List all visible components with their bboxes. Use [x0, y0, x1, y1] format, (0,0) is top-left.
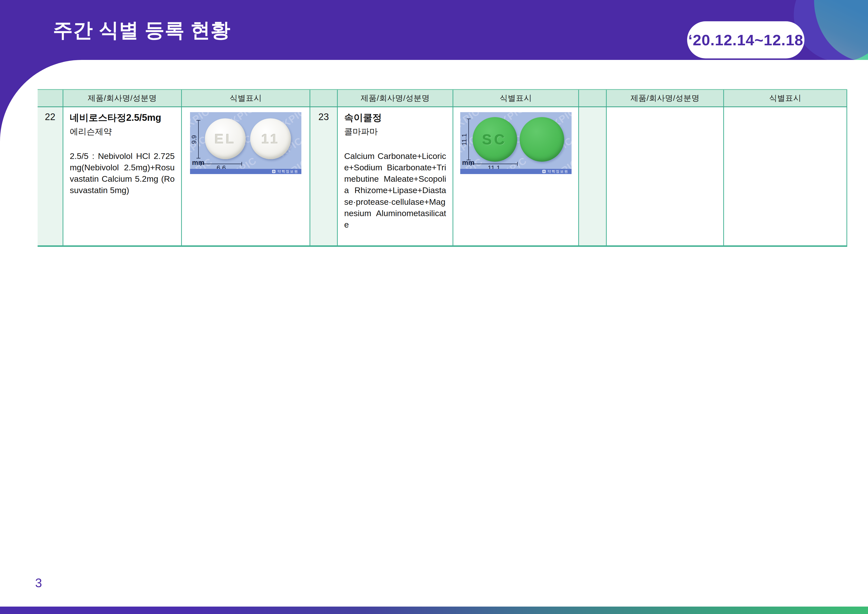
entry-23-identification-cell: KPIC KPIC KPIC KPIC KPIC KPIC KPIC KPIC … [453, 107, 579, 246]
entry-23-name: 속이쿨정 [344, 112, 446, 124]
entry-23-product-cell: 속이쿨정 콜마파마 Calcium Carbonate+Licorice+Sod… [338, 107, 453, 246]
tablet-imprint: 11 [261, 131, 280, 147]
vertical-ruler [468, 118, 469, 160]
tablet-back [519, 117, 564, 162]
photo-source-strip: 약학정보원 [460, 169, 572, 174]
diameter-label: 11.1 [460, 132, 468, 147]
entry-empty-product-cell [607, 107, 724, 246]
entry-23-ingredients: Calcium Carbonate+Licorice+Sodium Bicarb… [344, 150, 446, 230]
tablet-back: 11 [250, 118, 291, 159]
entry-23-number: 23 [310, 107, 338, 246]
source-label: 약학정보원 [277, 169, 298, 174]
col-header-no-2 [310, 90, 338, 107]
photo-source-strip: 약학정보원 [190, 169, 301, 174]
drug-identification-table: 제품/회사명/성분명 식별표시 제품/회사명/성분명 식별표시 제품/회사명/성… [37, 89, 847, 247]
tablet-imprint: SC [482, 131, 507, 148]
col-header-product-3: 제품/회사명/성분명 [607, 90, 724, 107]
page-title: 주간 식별 등록 현황 [53, 20, 231, 40]
tablet-front: SC [473, 117, 517, 162]
page-number: 3 [35, 576, 42, 590]
col-header-identification-1: 식별표시 [182, 90, 310, 107]
entry-empty-number [579, 107, 607, 246]
col-header-product-1: 제품/회사명/성분명 [64, 90, 182, 107]
entry-23-pill-photo: KPIC KPIC KPIC KPIC KPIC KPIC KPIC KPIC … [460, 112, 572, 174]
entry-22-company: 에리슨제약 [70, 126, 175, 137]
source-label: 약학정보원 [547, 169, 569, 174]
corner-circle-decoration [794, 0, 868, 60]
diameter-label: 9.9 [190, 132, 198, 147]
entry-22-pill-photo: KPIC KPIC KPIC KPIC KPIC KPIC KPIC KPIC … [190, 112, 301, 174]
col-header-no-1 [37, 90, 64, 107]
footer-gradient-bar [0, 606, 868, 614]
entry-22-name: 네비로스타정2.5/5mg [70, 112, 175, 124]
source-logo-icon [272, 170, 275, 173]
col-header-product-2: 제품/회사명/성분명 [338, 90, 453, 107]
col-header-no-3 [579, 90, 607, 107]
vertical-ruler [198, 120, 199, 159]
entry-22-ingredients: 2.5/5 : Nebivolol HCl 2.725mg(Nebivolol … [70, 150, 175, 196]
tablet-front: EL [205, 118, 246, 159]
col-header-identification-3: 식별표시 [724, 90, 847, 107]
entry-empty-identification-cell [724, 107, 847, 246]
entry-22-identification-cell: KPIC KPIC KPIC KPIC KPIC KPIC KPIC KPIC … [182, 107, 310, 246]
entry-23-company: 콜마파마 [344, 126, 446, 137]
col-header-identification-2: 식별표시 [453, 90, 579, 107]
tablet-imprint: EL [214, 131, 236, 147]
horizontal-ruler [200, 164, 242, 164]
slide-page: { "header": { "title": "주간 식별 등록 현황", "d… [0, 0, 868, 614]
source-logo-icon [542, 170, 546, 173]
entry-22-number: 22 [37, 107, 64, 246]
date-range-badge: ‘20.12.14~12.18 [687, 21, 804, 58]
entry-22-product-cell: 네비로스타정2.5/5mg 에리슨제약 2.5/5 : Nebivolol HC… [64, 107, 182, 246]
horizontal-ruler [471, 164, 518, 164]
